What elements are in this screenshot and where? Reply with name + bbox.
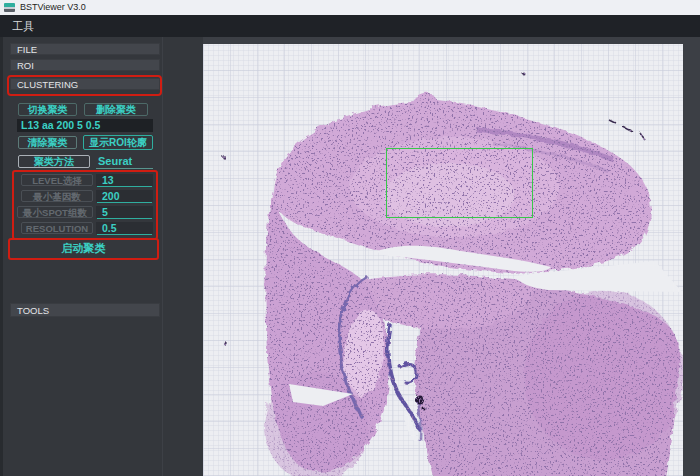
sidebar: FILE ROI CLUSTERING 切换聚类 删除聚类 L13 aa 200…	[0, 37, 203, 476]
switch-cluster-button[interactable]: 切换聚类	[18, 103, 77, 116]
clear-cluster-button[interactable]: 清除聚类	[18, 136, 77, 149]
menu-item-tools[interactable]: 工具	[8, 15, 38, 37]
param-label-min-spot: 最小SPOT组数	[17, 206, 93, 218]
panel-header-tools[interactable]: TOOLS	[10, 303, 160, 317]
param-label-resolution: RESOLUTION	[21, 222, 93, 234]
app-icon	[4, 3, 15, 12]
param-underline-level	[97, 186, 152, 187]
panel-header-clustering[interactable]: CLUSTERING	[10, 78, 160, 90]
annotation-start-box: 启动聚类	[8, 238, 159, 260]
viewer-panel	[203, 37, 700, 476]
title-bar: BSTViewer V3.0	[0, 0, 700, 15]
cluster-method-value[interactable]: Seurat	[98, 155, 132, 168]
roi-rectangle[interactable]	[386, 148, 533, 218]
param-value-resolution[interactable]: 0.5	[102, 222, 117, 234]
param-value-level[interactable]: 13	[102, 174, 114, 186]
tissue-section	[203, 44, 683, 476]
cluster-preset-dropdown[interactable]: L13 aa 200 5 0.5	[17, 119, 153, 132]
window-title: BSTViewer V3.0	[20, 0, 86, 15]
menu-bar: 工具	[0, 15, 700, 38]
param-value-min-spot[interactable]: 5	[102, 206, 108, 218]
sidebar-divider[interactable]	[162, 37, 163, 476]
method-underline	[96, 168, 153, 169]
panel-header-roi[interactable]: ROI	[10, 59, 160, 71]
cluster-method-button[interactable]: 聚类方法	[18, 155, 90, 168]
param-underline-min-genes	[97, 202, 152, 203]
param-value-min-genes[interactable]: 200	[102, 190, 120, 202]
param-underline-min-spot	[97, 218, 152, 219]
param-label-min-genes: 最小基因数	[21, 190, 93, 202]
param-underline-resolution	[97, 234, 152, 235]
panel-header-file[interactable]: FILE	[10, 43, 160, 55]
param-label-level: LEVEL选择	[21, 174, 93, 186]
start-cluster-button[interactable]: 启动聚类	[10, 240, 157, 256]
delete-cluster-button[interactable]: 删除聚类	[84, 103, 148, 116]
sidebar-edge	[0, 37, 3, 476]
slide-image[interactable]	[203, 44, 683, 476]
show-roi-outline-button[interactable]: 显示ROI轮廓	[83, 135, 153, 150]
